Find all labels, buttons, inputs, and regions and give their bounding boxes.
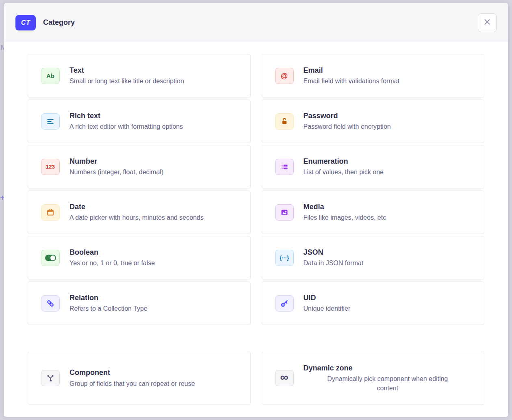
field-type-card-component[interactable]: Component Group of fields that you can r… [28,352,251,405]
field-title: Media [304,202,472,212]
field-description: Yes or no, 1 or 0, true or false [69,258,238,268]
lock-open-icon [275,113,294,130]
field-type-card-json[interactable]: {···} JSON Data in JSON format [262,236,485,279]
field-type-grid: Ab Text Small or long text like title or… [28,54,484,325]
field-type-card-password[interactable]: Password Password field with encryption [262,100,485,143]
field-title: Text [69,66,238,75]
field-type-card-enumeration[interactable]: Enumeration List of values, then pick on… [262,145,485,188]
field-type-card-richtext[interactable]: Rich text A rich text editor with format… [28,100,251,143]
field-description: A date picker with hours, minutes and se… [69,213,238,222]
chain-link-icon [41,295,60,312]
field-type-card-boolean[interactable]: Boolean Yes or no, 1 or 0, true or false [28,236,251,279]
field-title: Password [304,111,472,121]
key-icon [275,295,294,312]
field-title: Enumeration [304,157,472,166]
field-type-card-relation[interactable]: Relation Refers to a Collection Type [28,281,251,325]
field-title: Rich text [69,111,238,121]
field-title: UID [304,293,472,303]
field-description: Refers to a Collection Type [69,304,238,313]
field-description: Small or long text like title or descrip… [69,76,238,86]
json-icon: {···} [275,250,294,266]
calendar-icon [41,204,60,221]
text-icon: Ab [41,68,60,84]
field-type-card-number[interactable]: 123 Number Numbers (integer, float, deci… [28,145,251,188]
picture-icon [275,204,294,221]
field-type-card-text[interactable]: Ab Text Small or long text like title or… [28,54,251,97]
modal-body: Ab Text Small or long text like title or… [4,42,508,405]
field-type-card-date[interactable]: Date A date picker with hours, minutes a… [28,191,251,234]
at-icon: @ [275,68,294,84]
bullet-list-icon [275,159,294,175]
field-type-card-dynamiczone[interactable]: ∞ Dynamic zone Dynamically pick componen… [262,352,485,405]
field-description: Email field with validations format [304,76,472,86]
field-description: Numbers (integer, float, decimal) [69,167,238,177]
field-title: Number [69,157,238,166]
modal-title: Category [43,18,75,27]
special-type-grid: Component Group of fields that you can r… [28,352,484,405]
infinity-icon: ∞ [275,370,294,386]
close-button[interactable] [478,13,497,32]
field-title: JSON [304,248,472,257]
modal-header: CT Category [4,3,508,42]
field-description: Group of fields that you can repeat or r… [69,379,238,388]
content-type-badge: CT [15,15,36,30]
field-type-card-uid[interactable]: UID Unique identifier [262,281,485,325]
field-title: Date [69,202,238,212]
field-title: Relation [69,293,238,303]
branch-icon [41,370,60,386]
field-title: Boolean [69,248,238,257]
field-type-picker-modal: CT Category Ab Text Small or long text l… [4,3,508,417]
field-description: Dynamically pick component when editing … [317,374,458,393]
align-left-icon [41,113,60,130]
field-type-card-email[interactable]: @ Email Email field with validations for… [262,54,485,97]
field-title: Dynamic zone [304,364,472,373]
number-icon: 123 [41,159,60,175]
field-description: Files like images, videos, etc [304,213,472,222]
field-description: A rich text editor with formatting optio… [69,122,238,131]
field-title: Email [304,66,472,75]
field-description: Unique identifier [304,304,472,313]
field-title: Component [69,368,238,377]
field-type-card-media[interactable]: Media Files like images, videos, etc [262,191,485,234]
field-description: Data in JSON format [304,258,472,268]
close-icon [484,18,491,27]
toggle-icon [41,250,60,266]
field-description: Password field with encryption [304,122,472,131]
field-description: List of values, then pick one [304,167,472,177]
